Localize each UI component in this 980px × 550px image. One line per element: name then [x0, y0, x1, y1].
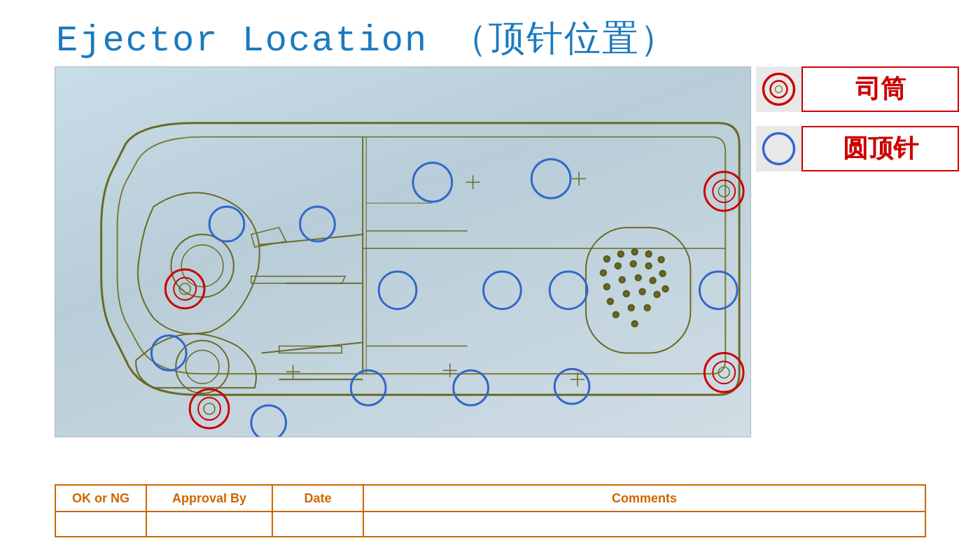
svg-point-55	[204, 403, 215, 414]
svg-point-51	[174, 278, 196, 300]
svg-point-64	[151, 336, 186, 371]
svg-point-62	[550, 272, 587, 309]
cell-date	[272, 512, 363, 537]
svg-rect-7	[586, 227, 690, 353]
svg-point-44	[704, 171, 743, 211]
cell-comments	[363, 512, 925, 537]
page-title: Ejector Location （顶针位置）	[56, 14, 678, 63]
svg-point-61	[484, 272, 522, 309]
svg-point-3	[171, 234, 234, 297]
sleeve-icon	[756, 66, 802, 112]
sleeve-label: 司筒	[802, 66, 959, 112]
svg-point-70	[771, 81, 788, 98]
legend-item-sleeve: 司筒	[756, 66, 959, 112]
svg-point-26	[654, 292, 660, 297]
svg-point-30	[632, 321, 638, 327]
svg-point-66	[351, 370, 386, 405]
svg-point-47	[704, 353, 743, 392]
svg-point-72	[764, 134, 794, 164]
svg-point-54	[198, 397, 220, 420]
svg-point-11	[646, 251, 652, 257]
legend-item-round-pin: 圆顶针	[756, 126, 959, 171]
svg-point-56	[413, 162, 452, 202]
header-approval: Approval By	[146, 485, 272, 512]
svg-point-71	[776, 86, 783, 93]
diagram-container	[55, 66, 751, 437]
footer-table: OK or NG Approval By Date Comments	[55, 484, 926, 537]
legend-container: 司筒 圆顶针	[756, 66, 959, 177]
svg-point-15	[631, 261, 636, 267]
svg-point-29	[645, 305, 650, 311]
svg-point-10	[632, 249, 638, 255]
svg-point-60	[379, 272, 416, 309]
svg-point-63	[699, 272, 737, 309]
svg-point-69	[764, 74, 794, 105]
svg-point-58	[209, 206, 244, 241]
svg-point-67	[454, 370, 489, 405]
round-pin-icon	[756, 126, 802, 171]
header-comments: Comments	[363, 485, 925, 512]
svg-point-5	[176, 341, 229, 394]
svg-point-23	[608, 299, 613, 304]
svg-point-59	[300, 206, 335, 241]
svg-point-12	[659, 257, 664, 262]
svg-point-20	[636, 275, 641, 281]
svg-point-46	[718, 185, 729, 197]
svg-point-50	[165, 269, 204, 309]
table-row	[55, 512, 925, 537]
svg-point-19	[620, 277, 625, 283]
svg-point-16	[646, 263, 652, 269]
svg-point-17	[660, 271, 666, 276]
header-date: Date	[272, 485, 363, 512]
svg-point-28	[629, 305, 634, 311]
cell-approval	[146, 512, 272, 537]
svg-point-21	[650, 278, 656, 283]
round-pin-label: 圆顶针	[802, 126, 959, 171]
svg-point-18	[604, 284, 610, 290]
svg-point-9	[618, 251, 624, 257]
svg-point-57	[531, 160, 570, 199]
svg-point-13	[601, 270, 606, 276]
svg-point-24	[624, 291, 629, 297]
svg-point-14	[615, 263, 621, 269]
svg-point-22	[663, 286, 668, 292]
header-ok: OK or NG	[55, 485, 146, 512]
svg-point-45	[713, 180, 735, 202]
svg-point-65	[251, 405, 286, 437]
svg-point-48	[713, 361, 735, 383]
svg-point-6	[186, 350, 219, 383]
svg-point-8	[604, 256, 610, 262]
svg-point-25	[640, 289, 645, 295]
cell-ok	[55, 512, 146, 537]
svg-point-27	[613, 312, 619, 318]
